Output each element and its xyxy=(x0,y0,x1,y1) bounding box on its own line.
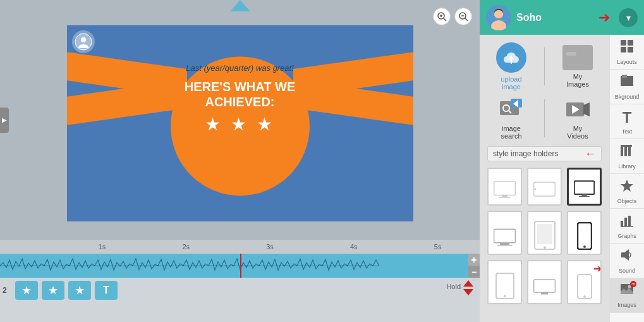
nav-arrow-top[interactable] xyxy=(230,0,250,14)
device-phone-2[interactable]: ➔ xyxy=(567,260,602,304)
device-screen-7 xyxy=(491,269,518,300)
track-minus-button[interactable]: − xyxy=(468,266,480,278)
svg-marker-0 xyxy=(230,0,250,11)
svg-point-39 xyxy=(544,246,546,249)
hold-arrow-down[interactable] xyxy=(463,289,473,295)
svg-rect-55 xyxy=(621,146,623,156)
my-videos-label: MyVideos xyxy=(567,125,588,140)
svg-marker-25 xyxy=(583,102,590,116)
sidebar-label-text: Text xyxy=(622,128,633,135)
style-bar[interactable]: style image holders ← xyxy=(487,146,602,161)
arrow-right-button[interactable]: ➔ xyxy=(595,8,614,27)
slide-text-line2: ACHIEVED: xyxy=(67,94,413,109)
layer-star-2[interactable]: ★ xyxy=(42,281,64,300)
my-videos-button[interactable]: MyVideos xyxy=(562,97,593,140)
svg-rect-52 xyxy=(628,47,633,53)
panel-header: Soho ➔ ▾ xyxy=(480,0,644,35)
ruler-marks: 1s 2s 3s 4s 5s xyxy=(6,243,480,251)
image-area: uploadimage MyImages xyxy=(480,35,609,322)
layers-row: 2 ★ ★ ★ T Hold xyxy=(0,278,480,303)
device-monitor-tv[interactable] xyxy=(487,211,522,255)
hold-arrow-up[interactable] xyxy=(463,280,473,287)
hold-label: Hold xyxy=(446,283,461,290)
svg-point-48 xyxy=(583,295,586,298)
my-images-button[interactable]: MyImages xyxy=(562,45,593,88)
device-tablet-landscape[interactable] xyxy=(527,168,562,206)
ruler-mark-4s: 4s xyxy=(312,243,396,251)
svg-rect-49 xyxy=(621,40,626,46)
svg-point-42 xyxy=(583,245,586,248)
device-screen-9 xyxy=(571,270,598,300)
sidebar-label-objects: Objects xyxy=(617,198,637,204)
layouts-icon xyxy=(620,39,634,57)
user-name: Soho xyxy=(516,12,590,23)
sidebar-item-sound[interactable]: Sound xyxy=(610,244,644,278)
device-monitor-2[interactable] xyxy=(527,260,562,304)
slide-circle: ★ ★ ★ xyxy=(171,56,310,195)
icon-divider-1 xyxy=(544,47,545,85)
layer-number: 2 xyxy=(3,286,11,295)
svg-marker-65 xyxy=(624,249,629,261)
device-tablet-small[interactable] xyxy=(487,260,522,304)
sidebar-label-library: Library xyxy=(618,163,636,170)
track-plus-button[interactable]: + xyxy=(468,254,480,266)
sidebar-item-images[interactable]: ➔ Images xyxy=(610,278,644,313)
image-search-icon xyxy=(496,97,526,122)
ruler-mark-2s: 2s xyxy=(144,243,228,251)
layer-star-3[interactable]: ★ xyxy=(68,281,91,300)
svg-rect-35 xyxy=(494,229,516,243)
slide-container: ★ ★ ★ Last (year/quarter) was great! HER… xyxy=(0,6,480,240)
right-sidebar: Layouts Bkground T Text xyxy=(609,35,644,322)
svg-rect-36 xyxy=(500,243,509,245)
sidebar-item-layouts[interactable]: Layouts xyxy=(610,35,644,70)
svg-rect-61 xyxy=(624,218,627,226)
hold-arrows xyxy=(463,280,473,295)
device-screen-5 xyxy=(531,217,558,251)
layer-text[interactable]: T xyxy=(95,281,118,300)
svg-rect-34 xyxy=(579,196,590,197)
device-monitor-1[interactable] xyxy=(487,168,522,206)
slide-text-main: HERE'S WHAT WE ACHIEVED: xyxy=(67,79,413,109)
objects-icon xyxy=(620,178,634,196)
image-search-label: imagesearch xyxy=(501,125,521,140)
slide-stars: ★ ★ ★ xyxy=(205,114,275,135)
svg-rect-29 xyxy=(499,197,511,197)
my-videos-icon xyxy=(562,97,593,122)
svg-rect-50 xyxy=(628,40,633,46)
sidebar-label-background: Bkground xyxy=(615,94,640,100)
sidebar-label-layouts: Layouts xyxy=(617,59,637,65)
sidebar-label-graphs: Graphs xyxy=(617,233,636,239)
dropdown-icon: ▾ xyxy=(626,13,631,23)
sidebar-item-text[interactable]: T Text xyxy=(610,104,644,139)
layer-star-1[interactable]: ★ xyxy=(15,281,38,300)
sidebar-item-library[interactable]: Library xyxy=(610,139,644,174)
device-screen-6 xyxy=(571,218,598,251)
device-monitor-bold[interactable] xyxy=(567,168,602,206)
slide-watermark-icon xyxy=(72,30,95,53)
dropdown-button[interactable]: ▾ xyxy=(619,8,638,27)
red-arrow-indicator: ➔ xyxy=(593,263,602,275)
upload-image-button[interactable]: uploadimage xyxy=(496,42,526,90)
timeline-ruler: 1s 2s 3s 4s 5s xyxy=(0,240,480,254)
svg-rect-54 xyxy=(622,75,627,78)
svg-rect-64 xyxy=(621,252,624,257)
sidebar-item-objects[interactable]: Objects xyxy=(610,174,644,209)
device-screen-8 xyxy=(531,271,558,300)
svg-rect-51 xyxy=(621,47,626,53)
svg-point-31 xyxy=(534,189,536,190)
svg-rect-60 xyxy=(621,221,623,226)
thumbs-grid: ➔ xyxy=(487,168,602,304)
svg-rect-27 xyxy=(494,182,516,195)
track-controls: + − xyxy=(468,254,480,278)
device-tablet-white[interactable] xyxy=(527,211,562,255)
slide[interactable]: ★ ★ ★ Last (year/quarter) was great! HER… xyxy=(67,25,413,221)
svg-rect-41 xyxy=(578,223,592,249)
device-screen-2 xyxy=(531,174,558,202)
device-screen-3 xyxy=(571,173,597,201)
image-search-button[interactable]: imagesearch xyxy=(496,97,526,140)
svg-rect-45 xyxy=(534,280,556,292)
sidebar-item-background[interactable]: Bkground xyxy=(610,70,644,104)
upload-icon xyxy=(496,42,526,73)
sidebar-item-graphs[interactable]: Graphs xyxy=(610,209,644,244)
device-phone-portrait[interactable] xyxy=(567,211,602,255)
